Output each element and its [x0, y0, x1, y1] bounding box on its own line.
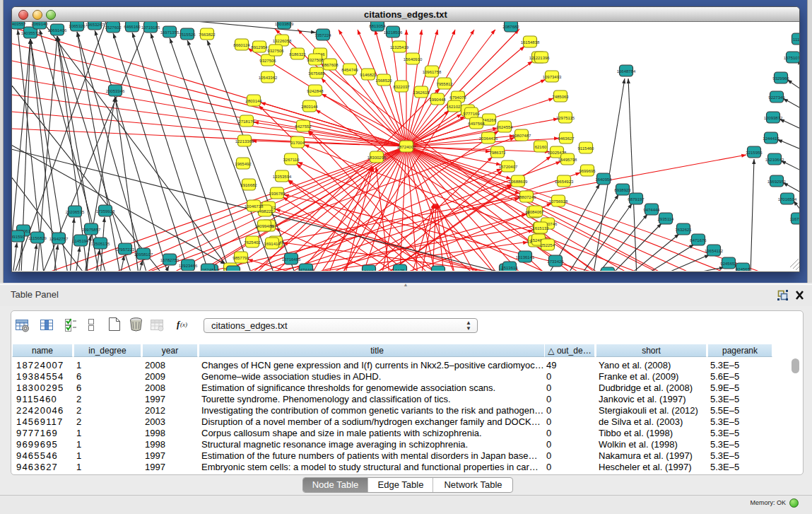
svg-text:7632621: 7632621 — [675, 228, 692, 232]
svg-text:8322037: 8322037 — [393, 85, 410, 89]
svg-text:1167533: 1167533 — [790, 217, 799, 221]
svg-text:10543362: 10543362 — [259, 76, 278, 80]
svg-text:10756928: 10756928 — [549, 199, 568, 204]
svg-text:3624554: 3624554 — [496, 125, 513, 129]
svg-text:1990448: 1990448 — [429, 98, 446, 102]
svg-text:1916682: 1916682 — [240, 183, 257, 187]
svg-text:9463627: 9463627 — [558, 136, 575, 141]
svg-text:17957223: 17957223 — [116, 247, 135, 252]
svg-text:1403557: 1403557 — [12, 22, 26, 26]
svg-text:11325419: 11325419 — [390, 45, 409, 49]
svg-text:9242848: 9242848 — [307, 89, 324, 93]
svg-text:9327506: 9327506 — [267, 49, 284, 53]
svg-text:18807249: 18807249 — [517, 195, 536, 199]
svg-text:1640954: 1640954 — [595, 177, 612, 182]
svg-text:12093872: 12093872 — [764, 116, 783, 120]
svg-text:2803144: 2803144 — [301, 105, 318, 109]
svg-text:16248: 16248 — [202, 268, 214, 271]
svg-text:8186323: 8186323 — [289, 52, 306, 57]
svg-text:8813054: 8813054 — [369, 24, 386, 28]
svg-text:13226058: 13226058 — [273, 39, 292, 43]
svg-text:10973493: 10973493 — [543, 75, 562, 79]
svg-text:17359928: 17359928 — [96, 209, 115, 214]
svg-text:7955812: 7955812 — [436, 82, 453, 86]
svg-text:252254: 252254 — [541, 243, 555, 247]
svg-text:9115460: 9115460 — [578, 146, 595, 151]
svg-text:1527602: 1527602 — [105, 25, 122, 30]
svg-text:1615132: 1615132 — [532, 226, 549, 230]
svg-text:19218506: 19218506 — [384, 30, 403, 35]
svg-text:10958107: 10958107 — [134, 252, 153, 257]
svg-text:8938923: 8938923 — [614, 188, 631, 192]
svg-text:9327506: 9327506 — [259, 59, 276, 63]
svg-text:3215955: 3215955 — [746, 151, 763, 155]
svg-text:1936783: 1936783 — [269, 192, 286, 196]
svg-text:16033809: 16033809 — [275, 22, 294, 26]
svg-text:20691406: 20691406 — [48, 28, 67, 33]
svg-text:12213369: 12213369 — [235, 139, 254, 144]
svg-text:10654112: 10654112 — [705, 249, 724, 253]
svg-text:6794078: 6794078 — [449, 95, 466, 100]
svg-text:15751074: 15751074 — [784, 56, 799, 60]
svg-text:2718176: 2718176 — [238, 119, 255, 124]
svg-text:6497568: 6497568 — [468, 122, 485, 126]
svg-text:9474444: 9474444 — [643, 208, 660, 212]
svg-text:11156829: 11156829 — [28, 236, 47, 240]
svg-text:924565: 924565 — [736, 267, 751, 271]
svg-text:11123: 11123 — [793, 37, 799, 42]
svg-text:1244415: 1244415 — [763, 136, 779, 141]
svg-text:6879197: 6879197 — [628, 197, 645, 201]
svg-text:1145194: 1145194 — [73, 239, 90, 243]
svg-text:9135: 9135 — [395, 269, 405, 271]
svg-text:13353594: 13353594 — [273, 175, 292, 179]
svg-text:2803144: 2803144 — [245, 99, 262, 103]
svg-text:(x): (x) — [180, 321, 187, 328]
svg-text:16648784: 16648784 — [617, 69, 636, 74]
svg-text:18724007: 18724007 — [397, 145, 416, 149]
svg-text:7485063: 7485063 — [552, 95, 569, 99]
svg-text:7612: 7612 — [364, 269, 374, 271]
svg-text:16971355: 16971355 — [160, 30, 180, 35]
svg-text:8912954: 8912954 — [251, 45, 268, 49]
svg-text:1513614: 1513614 — [501, 266, 518, 270]
svg-text:1221396: 1221396 — [533, 56, 550, 60]
svg-text:19654923: 19654923 — [555, 180, 574, 184]
svg-text:2935114: 2935114 — [658, 217, 675, 221]
svg-text:9474444: 9474444 — [298, 268, 314, 271]
svg-text:3267110: 3267110 — [283, 158, 300, 162]
svg-text:12505135: 12505135 — [91, 242, 110, 246]
svg-text:1733426: 1733426 — [547, 259, 564, 264]
svg-text:10653267: 10653267 — [86, 23, 105, 27]
svg-text:2087682: 2087682 — [502, 25, 519, 29]
svg-text:10807487: 10807487 — [512, 134, 531, 138]
svg-text:20975857: 20975857 — [82, 228, 101, 232]
svg-text:8660124: 8660124 — [233, 43, 250, 47]
svg-text:16154838: 16154838 — [521, 40, 540, 45]
svg-text:1965492: 1965492 — [235, 162, 252, 166]
svg-text:20364436: 20364436 — [479, 136, 498, 141]
svg-text:8427552: 8427552 — [295, 124, 312, 129]
svg-text:8224: 8224 — [228, 270, 238, 271]
svg-text:7986372: 7986372 — [489, 151, 506, 155]
svg-text:1362615: 1362615 — [413, 90, 430, 95]
svg-text:12975115: 12975115 — [556, 116, 575, 120]
svg-text:1568520: 1568520 — [375, 78, 392, 83]
svg-text:12923466: 12923466 — [179, 264, 198, 268]
svg-text:7663822: 7663822 — [199, 33, 216, 37]
svg-text:9329966: 9329966 — [772, 76, 789, 81]
svg-text:10961758: 10961758 — [423, 70, 442, 74]
svg-text:9227349: 9227349 — [768, 95, 785, 100]
svg-text:317004: 317004 — [290, 141, 305, 145]
svg-text:9146821: 9146821 — [360, 73, 377, 77]
svg-text:1621022: 1621022 — [446, 105, 463, 109]
svg-text:17016504: 17016504 — [778, 197, 797, 201]
svg-text:15720407: 15720407 — [499, 165, 518, 169]
svg-text:1691414: 1691414 — [264, 242, 281, 246]
svg-text:8471676: 8471676 — [690, 238, 707, 243]
svg-text:2867608: 2867608 — [322, 63, 339, 67]
svg-text:9857791: 9857791 — [233, 256, 249, 260]
svg-text:14035572: 14035572 — [21, 31, 40, 35]
svg-text:16782759: 16782759 — [160, 258, 180, 262]
svg-text:2069140: 2069140 — [31, 22, 48, 26]
svg-text:15640910: 15640910 — [404, 57, 423, 62]
